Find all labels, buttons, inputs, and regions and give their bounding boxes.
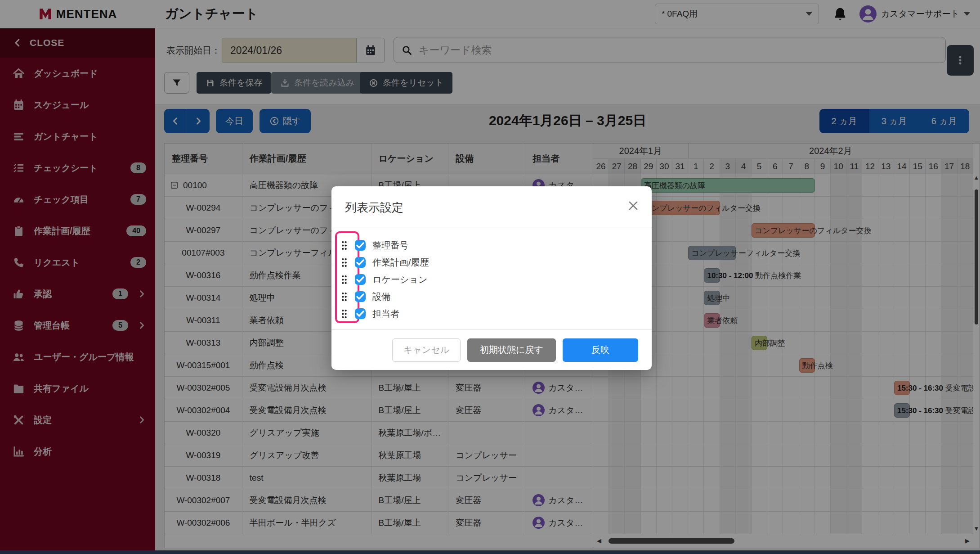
column-visibility-checkbox[interactable] [355,274,366,285]
column-visibility-checkbox[interactable] [355,291,366,302]
close-icon[interactable] [626,199,640,212]
column-list: 整理番号作業計画/履歴ロケーション設備担当者 [340,237,643,322]
column-setting-label: 整理番号 [372,239,408,252]
modal-title: 列表示設定 [345,200,403,216]
drag-handle-icon [340,308,348,320]
column-setting-label: 設備 [372,291,390,303]
column-setting-row: 担当者 [340,305,643,322]
column-settings-modal: 列表示設定 整理番号作業計画/履歴ロケーション設備担当者 キャンセル 初期状態に… [331,186,652,370]
column-setting-row: ロケーション [340,271,643,288]
column-setting-label: 作業計画/履歴 [372,257,429,269]
column-setting-label: ロケーション [372,274,427,286]
column-visibility-checkbox[interactable] [355,308,366,319]
column-visibility-checkbox[interactable] [355,257,366,268]
column-setting-row: 設備 [340,288,643,305]
column-setting-label: 担当者 [372,308,399,320]
cancel-button[interactable]: キャンセル [392,338,461,362]
column-setting-row: 作業計画/履歴 [340,254,643,271]
modal-footer: キャンセル 初期状態に戻す 反映 [331,329,652,370]
drag-handle-icon [340,274,348,285]
drag-handle-icon [340,291,348,302]
drag-handle-icon [340,257,348,268]
drag-handle-icon [340,240,348,251]
modal-divider [331,228,652,228]
column-setting-row: 整理番号 [340,237,643,254]
restore-defaults-button[interactable]: 初期状態に戻す [467,338,556,362]
column-visibility-checkbox[interactable] [355,240,366,251]
apply-button[interactable]: 反映 [563,338,638,362]
